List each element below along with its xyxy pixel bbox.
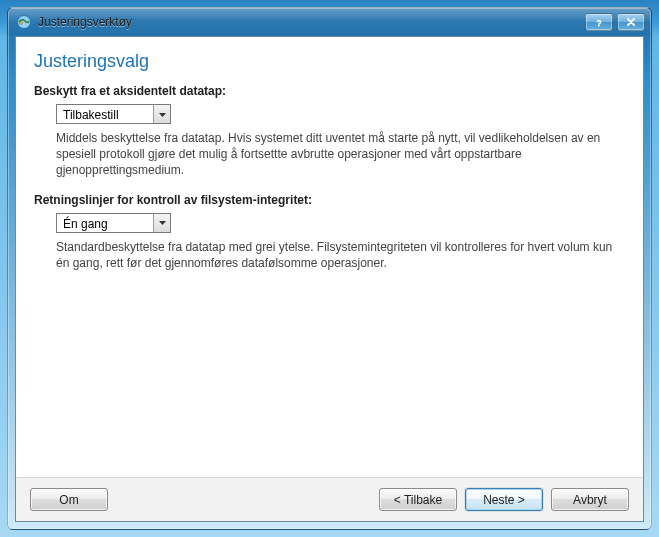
cancel-button[interactable]: Avbryt: [551, 488, 629, 511]
close-button[interactable]: [617, 13, 645, 31]
integrity-description: Standardbeskyttelse fra datatap med grei…: [56, 239, 625, 271]
about-button[interactable]: Om: [30, 488, 108, 511]
integrity-label: Retningslinjer for kontroll av filsystem…: [34, 193, 625, 207]
integrity-combo[interactable]: Én gang: [56, 213, 171, 233]
titlebar[interactable]: Justeringsverktøy ?: [8, 8, 651, 36]
chevron-down-icon[interactable]: [153, 214, 170, 232]
svg-text:?: ?: [596, 18, 602, 28]
chevron-down-icon[interactable]: [153, 105, 170, 123]
content: Justeringsvalg Beskytt fra et aksidentel…: [16, 37, 643, 477]
dataloss-combo-value: Tilbakestill: [57, 105, 153, 123]
help-button[interactable]: ?: [585, 13, 613, 31]
integrity-combo-value: Én gang: [57, 214, 153, 232]
app-icon: [16, 14, 32, 30]
window-controls: ?: [585, 13, 651, 31]
dataloss-combo[interactable]: Tilbakestill: [56, 104, 171, 124]
dataloss-label: Beskytt fra et aksidentelt datatap:: [34, 84, 625, 98]
button-bar: Om < Tilbake Neste > Avbryt: [16, 477, 643, 521]
page-title: Justeringsvalg: [34, 51, 625, 72]
wizard-window: Justeringsverktøy ? Justeringsvalg Besky…: [7, 7, 652, 530]
dataloss-description: Middels beskyttelse fra datatap. Hvis sy…: [56, 130, 625, 179]
client-area: Justeringsvalg Beskytt fra et aksidentel…: [15, 36, 644, 522]
back-button[interactable]: < Tilbake: [379, 488, 457, 511]
window-title: Justeringsverktøy: [38, 15, 585, 29]
svg-point-1: [20, 22, 23, 25]
next-button[interactable]: Neste >: [465, 488, 543, 511]
